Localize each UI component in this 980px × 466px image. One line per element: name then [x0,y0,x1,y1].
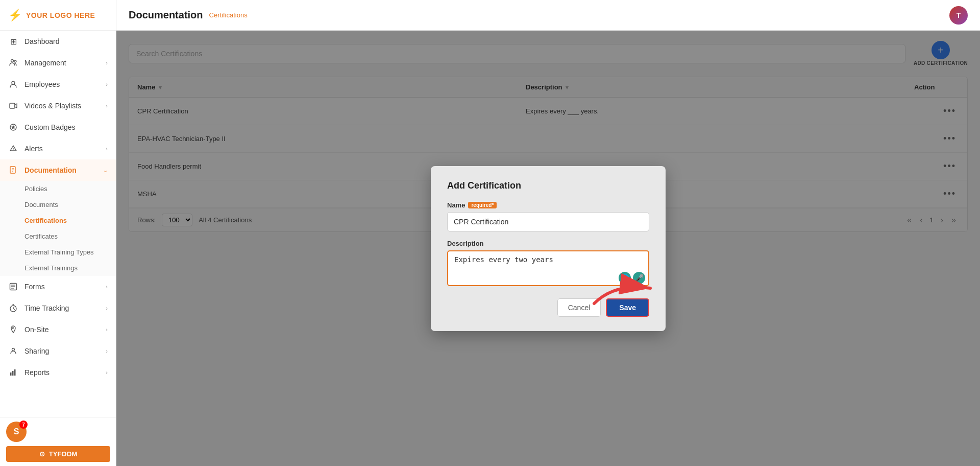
breadcrumb: Certifications [209,11,248,19]
sidebar-item-reports[interactable]: Reports › [0,362,116,383]
subitem-certificates[interactable]: Certificates [0,228,116,244]
chevron-icon: › [106,348,108,354]
description-field-group: Description Expires every two years 🌐 🎤 [447,240,649,288]
subitem-documents[interactable]: Documents [0,197,116,213]
sidebar-item-sharing[interactable]: Sharing › [0,340,116,362]
sidebar-item-custom-badges[interactable]: Custom Badges [0,116,116,138]
chevron-icon: › [106,284,108,290]
logo-icon: ⚡ [8,9,22,22]
management-icon [8,58,18,68]
documentation-submenu: Policies Documents Certifications Certif… [0,181,116,276]
mic-icon-btn[interactable]: 🎤 [633,272,645,284]
chevron-icon: › [106,369,108,376]
subitem-policies[interactable]: Policies [0,181,116,197]
time-tracking-icon [8,303,18,313]
sidebar-item-label: Dashboard [24,37,108,45]
sidebar-item-management[interactable]: Management › [0,52,116,74]
subitem-external-training-types[interactable]: External Training Types [0,244,116,260]
sidebar-bottom: S 7 ⊙ TYFOOM [0,417,116,466]
sidebar-item-employees[interactable]: Employees › [0,74,116,95]
logo-area[interactable]: ⚡ YOUR LOGO HERE [0,0,116,31]
content-area: + ADD CERTIFICATION Name ▼ Description ▼… [116,31,980,466]
name-field-group: Name required* [447,201,649,231]
sidebar-item-label: Management [24,59,106,67]
chevron-icon: › [106,60,108,66]
logo-text: YOUR LOGO HERE [26,11,95,19]
chevron-icon: › [106,327,108,333]
svg-rect-3 [10,103,15,108]
alerts-icon [8,144,18,154]
subitem-external-trainings[interactable]: External Trainings [0,260,116,276]
svg-point-5 [13,149,13,150]
sidebar-item-label: Documentation [24,166,103,174]
modal-title: Add Certification [447,180,649,191]
notification-badge[interactable]: S 7 [6,422,27,442]
company-button[interactable]: ⊙ TYFOOM [6,446,110,462]
svg-point-1 [14,60,16,62]
svg-rect-22 [12,371,14,376]
name-label: Name required* [447,201,649,209]
chevron-icon: › [106,146,108,152]
chevron-icon: › [106,103,108,109]
subitem-certifications[interactable]: Certifications [0,213,116,228]
modal-overlay: Add Certification Name required* Descrip… [116,31,980,466]
sidebar-item-label: Alerts [24,145,106,153]
sidebar-item-on-site[interactable]: On-Site › [0,319,116,340]
custom-badges-icon [8,122,18,132]
main-content: Documentation Certifications T + ADD CER… [116,0,980,466]
chevron-down-icon: ⌄ [103,167,108,174]
user-avatar[interactable]: T [949,6,968,25]
company-icon: ⊙ [39,450,45,458]
sidebar-nav: ⊞ Dashboard Management › [0,31,116,466]
employees-icon [8,79,18,89]
sidebar-item-time-tracking[interactable]: Time Tracking › [0,297,116,319]
sidebar-item-label: Custom Badges [24,123,108,131]
company-label: TYFOOM [49,450,78,458]
sidebar-item-label: Sharing [24,347,106,355]
badge-count: 7 [19,421,28,429]
chevron-icon: › [106,305,108,311]
required-tag: required* [468,202,497,208]
add-certification-modal: Add Certification Name required* Descrip… [431,166,666,331]
svg-rect-23 [14,369,16,376]
svg-point-20 [12,348,15,351]
textarea-icons: 🌐 🎤 [619,272,645,284]
sidebar-item-videos[interactable]: Videos & Playlists › [0,95,116,116]
avatar-initials: T [957,11,961,19]
description-wrapper: Expires every two years 🌐 🎤 [447,250,649,288]
forms-icon [8,282,18,292]
globe-icon-btn[interactable]: 🌐 [619,272,631,284]
videos-icon [8,101,18,111]
sidebar-item-label: Videos & Playlists [24,102,106,110]
sidebar-item-label: Reports [24,368,106,377]
description-label: Description [447,240,649,247]
sidebar: ⚡ YOUR LOGO HERE ⊞ Dashboard Management … [0,0,116,466]
svg-point-0 [11,60,14,62]
sidebar-item-label: Forms [24,283,106,291]
sidebar-item-label: Time Tracking [24,304,106,312]
chevron-icon: › [106,81,108,87]
reports-icon [8,367,18,378]
svg-point-2 [12,81,15,84]
topbar: Documentation Certifications T [116,0,980,31]
svg-rect-21 [10,372,12,376]
sidebar-item-label: Employees [24,80,106,88]
sidebar-item-documentation[interactable]: Documentation ⌄ [0,159,116,181]
svg-line-17 [13,309,15,310]
badge-area: S 7 [0,417,116,446]
svg-point-19 [13,328,14,329]
topbar-left: Documentation Certifications [129,9,248,21]
sharing-icon [8,346,18,356]
save-button[interactable]: Save [606,298,649,317]
certification-name-input[interactable] [447,212,649,231]
sidebar-item-label: On-Site [24,325,106,334]
page-title: Documentation [129,9,203,21]
dashboard-icon: ⊞ [8,36,18,46]
sidebar-item-alerts[interactable]: Alerts › [0,138,116,159]
on-site-icon [8,324,18,335]
documentation-icon [8,165,18,175]
sidebar-item-forms[interactable]: Forms › [0,276,116,297]
sidebar-item-dashboard[interactable]: ⊞ Dashboard [0,31,116,52]
cancel-button[interactable]: Cancel [557,298,601,317]
modal-footer: Cancel Save [447,298,649,317]
